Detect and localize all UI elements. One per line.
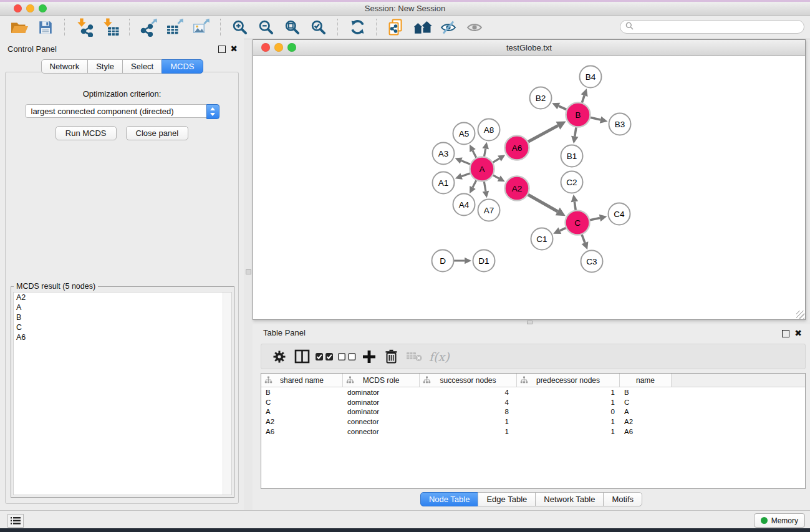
criterion-select-stepper[interactable]	[206, 104, 219, 119]
zoom-in-button[interactable]	[229, 17, 251, 37]
column-header-MCDS-role[interactable]: MCDS role	[343, 374, 420, 387]
table-cell[interactable]: B	[261, 389, 343, 396]
table-cell[interactable]: connector	[343, 418, 420, 425]
table-cell[interactable]: B	[620, 389, 672, 396]
table-cell[interactable]: A2	[620, 418, 672, 425]
network-window-titlebar[interactable]: testGlobe.txt	[253, 40, 805, 56]
function-builder-button[interactable]: f(x)	[429, 350, 450, 364]
select-all-button[interactable]	[313, 347, 335, 366]
table-cell[interactable]: connector	[343, 428, 420, 435]
node-table[interactable]: shared nameMCDS rolesuccessor nodesprede…	[261, 373, 806, 489]
network-view-window[interactable]: testGlobe.txt B4B2BB3A8A5A6A3B1AC2A1A2A4…	[253, 39, 806, 320]
zoom-selected-button[interactable]	[307, 17, 330, 37]
zoom-out-button[interactable]	[255, 17, 277, 37]
result-scrollbar-track[interactable]	[223, 293, 231, 495]
add-entry-button[interactable]	[358, 347, 380, 366]
table-cell[interactable]: dominator	[343, 399, 420, 406]
table-cell[interactable]: 4	[420, 399, 517, 406]
table-settings-button[interactable]	[268, 347, 291, 366]
table-panel-close-button[interactable]: ✖	[794, 329, 802, 337]
table-cell[interactable]: 1	[517, 399, 620, 406]
close-window-button[interactable]	[14, 4, 22, 12]
table-cell[interactable]: A6	[620, 428, 672, 435]
hide-panel-eye-button[interactable]	[437, 17, 460, 37]
table-cell[interactable]: 8	[420, 408, 517, 415]
table-cell[interactable]: 1	[420, 428, 517, 435]
delete-table-button[interactable]	[403, 347, 425, 366]
table-cell[interactable]: C	[261, 399, 343, 406]
export-image-button[interactable]	[190, 17, 213, 37]
column-header-shared-name[interactable]: shared name	[261, 374, 343, 387]
tab-node-table[interactable]: Node Table	[420, 492, 479, 506]
show-panel-eye-button[interactable]	[463, 17, 486, 37]
table-cell[interactable]: 1	[517, 389, 620, 396]
table-row[interactable]: Bdominator41B	[261, 387, 805, 397]
table-cell[interactable]: A2	[261, 418, 343, 425]
mcds-result-item[interactable]: C	[14, 322, 231, 332]
table-cell[interactable]: 4	[420, 389, 517, 396]
column-header-predecessor-nodes[interactable]: predecessor nodes	[517, 374, 620, 387]
show-columns-button[interactable]	[291, 347, 313, 366]
table-panel-float-button[interactable]	[782, 330, 789, 337]
zoom-fit-button[interactable]	[281, 17, 304, 37]
tab-select[interactable]: Select	[122, 59, 162, 74]
run-mcds-button[interactable]: Run MCDS	[55, 126, 117, 140]
table-row[interactable]: A6connector11A6	[261, 427, 805, 437]
home-button[interactable]	[411, 17, 433, 37]
network-canvas[interactable]: B4B2BB3A8A5A6A3B1AC2A1A2A4A7C4CC1C3DD1	[253, 56, 805, 319]
criterion-select[interactable]: largest connected component (directed)	[25, 104, 219, 118]
task-history-button[interactable]	[7, 514, 24, 528]
control-panel-float-button[interactable]	[218, 46, 226, 53]
search-input[interactable]	[637, 21, 804, 32]
search-box[interactable]	[620, 20, 804, 34]
mcds-result-item[interactable]: A	[14, 302, 231, 312]
vertical-split-handle[interactable]	[246, 269, 251, 274]
close-panel-button[interactable]: Close panel	[126, 126, 189, 140]
network-maximize-button[interactable]	[287, 43, 296, 52]
table-cell[interactable]: 0	[517, 408, 620, 415]
table-row[interactable]: Adominator80A	[261, 407, 805, 417]
table-row[interactable]: Cdominator41C	[261, 397, 805, 407]
table-cell[interactable]: dominator	[343, 389, 420, 396]
mcds-result-item[interactable]: A6	[14, 332, 231, 342]
tab-mcds[interactable]: MCDS	[162, 59, 203, 74]
column-header-name[interactable]: name	[620, 374, 672, 387]
network-graph[interactable]: B4B2BB3A8A5A6A3B1AC2A1A2A4A7C4CC1C3DD1	[253, 56, 805, 320]
table-cell[interactable]: A6	[261, 428, 343, 435]
table-cell[interactable]: C	[620, 399, 672, 406]
mcds-result-item[interactable]: A2	[14, 293, 231, 302]
mcds-result-list[interactable]: A2ABCA6	[13, 292, 232, 495]
network-close-button[interactable]	[261, 43, 270, 52]
table-row[interactable]: A2connector11A2	[261, 417, 805, 427]
export-network-button[interactable]	[138, 17, 160, 37]
table-cell[interactable]: dominator	[343, 408, 420, 415]
clone-network-button[interactable]	[385, 17, 407, 37]
column-header-successor-nodes[interactable]: successor nodes	[420, 374, 517, 387]
open-file-button[interactable]	[8, 17, 31, 37]
refresh-button[interactable]	[346, 17, 369, 37]
save-session-button[interactable]	[34, 17, 57, 37]
table-cell[interactable]: A	[261, 408, 343, 415]
node-label-A4: A4	[459, 200, 470, 210]
table-cell[interactable]: 1	[517, 418, 620, 425]
unselect-all-button[interactable]	[335, 347, 358, 366]
table-cell[interactable]: 1	[420, 418, 517, 425]
tab-network[interactable]: Network	[41, 59, 88, 74]
tab-edge-table[interactable]: Edge Table	[478, 492, 536, 506]
import-network-button[interactable]	[73, 17, 95, 37]
table-cell[interactable]: 1	[517, 428, 620, 435]
network-minimize-button[interactable]	[274, 43, 283, 52]
memory-button[interactable]: Memory	[754, 513, 805, 528]
control-panel-close-button[interactable]: ✖	[230, 44, 238, 53]
mcds-result-item[interactable]: B	[14, 312, 231, 322]
tab-style[interactable]: Style	[87, 59, 123, 74]
tab-network-table[interactable]: Network Table	[535, 492, 604, 506]
table-cell[interactable]: A	[620, 408, 672, 415]
import-table-button[interactable]	[99, 17, 122, 37]
resize-grip[interactable]	[796, 311, 804, 319]
maximize-window-button[interactable]	[39, 4, 47, 12]
tab-motifs[interactable]: Motifs	[603, 492, 642, 506]
minimize-window-button[interactable]	[26, 4, 34, 12]
export-table-button[interactable]	[164, 17, 186, 37]
delete-entry-button[interactable]	[380, 347, 403, 366]
